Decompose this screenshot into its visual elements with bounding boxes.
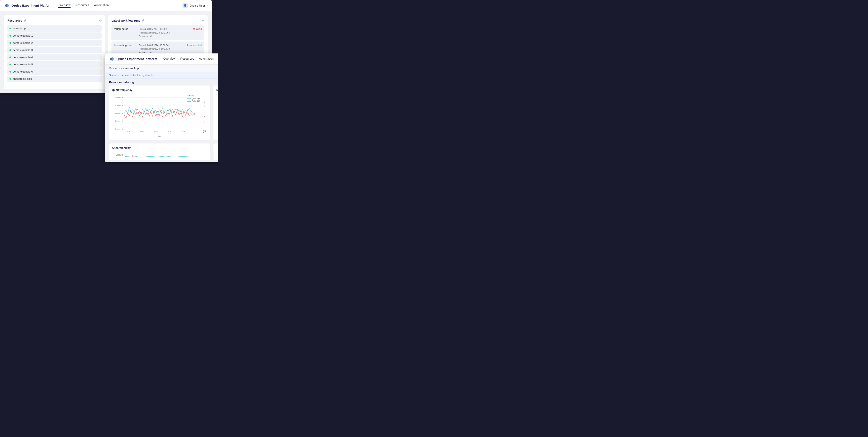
chart-pan-icon-0[interactable]: ✥ (203, 115, 207, 119)
run-status-1: succeeded (187, 43, 202, 46)
svg-point-33 (132, 155, 133, 157)
legend-item-q3: Qubit/Q3 (187, 97, 200, 100)
logo-icon-2 (109, 56, 115, 62)
resource-name-2: demo-example-2 (13, 41, 33, 44)
resource-item-7[interactable]: onboarding-chip (7, 76, 101, 82)
anharmonicity-title: Anharmonicity (112, 146, 207, 150)
qubit-frequency-legend: Variable Qubit/Q3 Qubit/Q1 (187, 95, 200, 103)
resource-item-5[interactable]: demo-example-5 (7, 61, 101, 68)
resource-name-0: sc-mockup (13, 27, 26, 30)
nav-automation-2[interactable]: Automation (199, 57, 214, 61)
resource-status-dot-1 (9, 35, 11, 37)
user-label-1: Qruise User (190, 4, 205, 7)
run-details-1: Started: 28/05/2024, 10:00:06 Finished: … (138, 43, 187, 55)
logo-icon-1 (4, 3, 10, 8)
logo-text-2: Qruise Experiment Platform (116, 57, 157, 61)
svg-text:5/28: 5/28 (181, 130, 185, 132)
window-resources: Qruise Experiment Platform Overview Reso… (105, 54, 218, 162)
svg-text:5/16: 5/16 (127, 130, 130, 132)
resource-status-dot-3 (9, 49, 11, 51)
resources-panel: Resources 🔗 ⊹ sc-mockup demo-example-1 d… (4, 15, 105, 89)
resource-name-1: demo-example-1 (13, 34, 33, 37)
nav-overview-1[interactable]: Overview (58, 3, 70, 8)
svg-text:3.800e+9: 3.800e+9 (115, 120, 123, 122)
resource-status-dot-0 (9, 28, 11, 29)
nav-user-1[interactable]: 👤 Qruise User › (182, 3, 208, 8)
resource-status-dot-6 (9, 71, 11, 72)
nav-automation-1[interactable]: Automation (94, 3, 109, 8)
svg-text:5/25: 5/25 (168, 130, 172, 132)
run-item-0[interactable]: rough-potoo Started: 28/05/2024, 12:00:1… (112, 25, 205, 40)
svg-text:5/22: 5/22 (154, 130, 158, 132)
legend-line-blue-0 (187, 98, 191, 99)
resource-status-dot-7 (9, 78, 11, 80)
charts-row-2: Anharmonicity 4.000e+8 T1 5.500e+5 (105, 144, 218, 160)
t1-svg: 5.500e+5 (216, 152, 218, 160)
discriminator-axis-label: time (216, 135, 218, 137)
logo-1: Qruise Experiment Platform (4, 3, 52, 8)
legend-title-0: Variable (187, 95, 200, 97)
qubit-frequency-title: Qubit frequency (112, 88, 207, 91)
device-monitoring-label: Device monitoring (105, 79, 218, 86)
resource-status-dot-2 (9, 42, 11, 44)
nav-links-1: Overview Resources Automation (58, 3, 182, 8)
legend-label-q3: Qubit/Q3 (192, 97, 200, 100)
chart-zoom-out-icon-0[interactable]: − (203, 110, 207, 114)
legend-label-q1: Qubit/Q1 (192, 100, 200, 102)
resource-name-5: demo-example-5 (13, 63, 33, 66)
resource-name-7: onboarding-chip (13, 77, 32, 81)
nav-bar-2: Qruise Experiment Platform Overview Reso… (105, 54, 218, 65)
workflow-header: Latest workflow runs 🔗 ⊹ (112, 19, 205, 22)
device-monitoring-section: Device monitoring Qubit frequency 4.400e… (105, 79, 218, 162)
resources-gear-icon[interactable]: ⊹ (99, 19, 101, 22)
anharmonicity-card: Anharmonicity 4.000e+8 (109, 144, 210, 160)
resource-item-4[interactable]: demo-example-4 (7, 54, 101, 60)
resource-name-6: demo-example-6 (13, 70, 33, 73)
run-details-0: Started: 28/05/2024, 12:00:14 Finished: … (138, 27, 193, 38)
chart-info-icon-0[interactable]: 💬 (203, 129, 207, 133)
qubit-frequency-card: Qubit frequency 4.400e+9 4.200e+9 4.000e… (109, 86, 210, 140)
nav-overview-2[interactable]: Overview (163, 57, 175, 61)
t1-title: T1 (216, 146, 218, 150)
status-dot-1 (187, 44, 188, 46)
run-name-0: rough-potoo (114, 27, 138, 30)
nav-resources-1[interactable]: Resources (75, 3, 89, 8)
discriminator-performance-chart-area: 1.1 1.0 0.9 0.8 0.7 5/16 5/19 (216, 94, 218, 135)
breadcrumb-separator: > (123, 67, 125, 70)
svg-text:4.400e+9: 4.400e+9 (115, 96, 123, 98)
svg-text:5/19: 5/19 (140, 130, 144, 132)
workflow-link-icon: 🔗 (142, 19, 145, 22)
resource-name-3: demo-example-3 (13, 49, 33, 52)
discriminator-performance-title: Discriminator performance (216, 88, 218, 91)
legend-item-q1: Qubit/Q1 (187, 100, 200, 102)
workflow-title: Latest workflow runs 🔗 (112, 19, 145, 22)
chart-download-icon-0[interactable]: ↓ (203, 119, 207, 124)
run-name-1: fascinating-clam (114, 43, 138, 46)
breadcrumb: Resources > sc-mockup (105, 65, 218, 72)
chart-settings-icon-0[interactable]: ⚙ (203, 100, 207, 104)
qubit-frequency-chart-area: 4.400e+9 4.200e+9 4.000e+9 3.800e+9 3.60… (112, 94, 207, 135)
resource-item-1[interactable]: demo-example-1 (7, 32, 101, 39)
see-all-experiments-link[interactable]: See all experiments for this system > (105, 72, 218, 79)
qubit-frequency-controls: ⚙ + − ✥ ↓ ↺ 💬 (203, 100, 207, 133)
resource-item-2[interactable]: demo-example-2 (7, 40, 101, 46)
resource-item-sc-mockup[interactable]: sc-mockup (7, 25, 101, 32)
legend-line-red-0 (187, 101, 191, 101)
nav-resources-2[interactable]: Resources (180, 57, 194, 61)
t1-card: T1 5.500e+5 (213, 144, 218, 160)
svg-text:3.600e+9: 3.600e+9 (115, 128, 123, 130)
chart-reset-icon-0[interactable]: ↺ (203, 124, 207, 128)
discriminator-performance-card: Discriminator performance 1.1 1.0 0.9 0.… (213, 86, 218, 140)
breadcrumb-parent-link[interactable]: Resources (109, 67, 122, 70)
svg-text:4.200e+9: 4.200e+9 (115, 104, 123, 106)
workflow-gear-icon[interactable]: ⊹ (202, 19, 205, 22)
nav-bar-1: Qruise Experiment Platform Overview Reso… (0, 0, 212, 11)
anharmonicity-svg: 4.000e+8 (112, 152, 207, 160)
svg-marker-15 (193, 113, 195, 116)
resource-item-6[interactable]: demo-example-6 (7, 68, 101, 75)
chart-zoom-in-icon-0[interactable]: + (203, 105, 207, 109)
resource-item-3[interactable]: demo-example-3 (7, 47, 101, 53)
svg-text:4.000e+8: 4.000e+8 (115, 154, 123, 156)
svg-text:4.000e+9: 4.000e+9 (115, 112, 123, 114)
breadcrumb-current: sc-mockup (125, 67, 139, 70)
